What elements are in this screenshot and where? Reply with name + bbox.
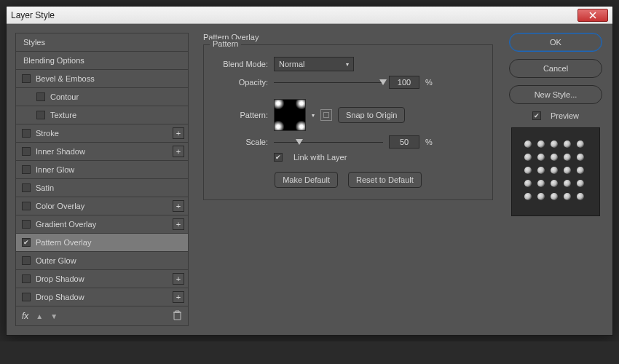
fx-menu[interactable]: fx <box>22 311 28 321</box>
scale-input[interactable] <box>389 135 419 149</box>
opacity-label: Opacity: <box>213 78 268 87</box>
effect-label: Bevel & Emboss <box>36 74 95 83</box>
dialog-body: Styles Blending Options Bevel & Emboss C… <box>7 24 612 335</box>
close-icon <box>589 12 596 19</box>
add-effect-icon[interactable] <box>173 200 184 212</box>
checkbox[interactable] <box>22 202 31 210</box>
pattern-picker-icon[interactable]: ▾ <box>312 112 315 119</box>
checkbox[interactable] <box>22 147 31 156</box>
checkbox[interactable] <box>22 256 31 265</box>
effect-gradient-overlay[interactable]: Gradient Overlay <box>16 215 188 234</box>
effect-label: Satin <box>36 183 54 192</box>
scale-unit: % <box>425 138 433 146</box>
chevron-down-icon: ▾ <box>346 61 349 68</box>
effect-label: Outer Glow <box>36 256 76 265</box>
move-up-icon[interactable]: ▲ <box>36 312 43 320</box>
checkbox[interactable] <box>22 220 31 229</box>
effect-label: Inner Glow <box>36 165 74 174</box>
titlebar[interactable]: Layer Style <box>7 7 612 24</box>
effect-label: Drop Shadow <box>36 293 84 301</box>
checkbox[interactable] <box>22 183 31 192</box>
effect-drop-shadow[interactable]: Drop Shadow <box>16 270 188 288</box>
blending-options-header[interactable]: Blending Options <box>16 52 188 70</box>
preview-toggle[interactable]: Preview <box>532 111 579 120</box>
pattern-swatch[interactable] <box>274 99 306 131</box>
scale-slider[interactable] <box>274 137 383 147</box>
pattern-label: Pattern: <box>213 111 268 119</box>
blend-mode-label: Blend Mode: <box>213 60 268 68</box>
effect-inner-glow[interactable]: Inner Glow <box>16 161 188 179</box>
opacity-input[interactable] <box>389 76 419 89</box>
effect-outer-glow[interactable]: Outer Glow <box>16 252 188 270</box>
effect-inner-shadow[interactable]: Inner Shadow <box>16 143 188 161</box>
effect-label: Contour <box>50 92 79 101</box>
effect-label: Stroke <box>36 129 59 138</box>
create-pattern-icon[interactable] <box>320 109 332 121</box>
effect-label: Texture <box>50 111 76 119</box>
close-button[interactable] <box>577 9 608 22</box>
blend-mode-select[interactable]: Normal ▾ <box>274 57 354 71</box>
effect-label: Color Overlay <box>36 202 84 210</box>
checkbox[interactable] <box>36 111 45 119</box>
checkbox[interactable] <box>22 238 31 247</box>
scale-label: Scale: <box>213 138 268 146</box>
add-effect-icon[interactable] <box>173 127 184 139</box>
blend-mode-row: Blend Mode: Normal ▾ <box>213 57 484 71</box>
effect-label: Drop Shadow <box>36 274 84 283</box>
pattern-group: Pattern Blend Mode: Normal ▾ Opacity: % … <box>203 44 493 200</box>
effect-label: Pattern Overlay <box>36 238 91 247</box>
link-label: Link with Layer <box>293 153 347 162</box>
link-row: Link with Layer <box>213 153 484 162</box>
effect-label: Inner Shadow <box>36 147 85 156</box>
effect-color-overlay[interactable]: Color Overlay <box>16 197 188 215</box>
styles-header[interactable]: Styles <box>16 33 188 52</box>
dialog-title: Layer Style <box>11 10 577 20</box>
add-effect-icon[interactable] <box>173 291 184 303</box>
effect-texture[interactable]: Texture <box>16 106 188 124</box>
style-list: Styles Blending Options Bevel & Emboss C… <box>15 33 189 326</box>
preview-label: Preview <box>551 111 579 120</box>
new-style-button[interactable]: New Style... <box>509 85 602 104</box>
make-default-button[interactable]: Make Default <box>275 172 338 188</box>
add-effect-icon[interactable] <box>173 146 184 157</box>
panel-title: Pattern Overlay <box>203 33 493 41</box>
checkbox[interactable] <box>22 74 31 83</box>
blend-mode-value: Normal <box>279 60 304 68</box>
checkbox[interactable] <box>22 293 31 301</box>
effect-pattern-overlay[interactable]: Pattern Overlay <box>16 234 188 252</box>
move-down-icon[interactable]: ▼ <box>50 312 58 320</box>
add-effect-icon[interactable] <box>173 273 184 285</box>
style-list-column: Styles Blending Options Bevel & Emboss C… <box>15 33 189 326</box>
opacity-slider[interactable] <box>274 77 383 87</box>
style-list-footer: fx ▲ ▼ <box>16 306 188 325</box>
effect-contour[interactable]: Contour <box>16 88 188 106</box>
ok-button[interactable]: OK <box>509 33 602 52</box>
checkbox[interactable] <box>22 274 31 283</box>
preview-thumbnail <box>511 127 600 216</box>
preview-pattern <box>524 141 587 203</box>
effect-drop-shadow-2[interactable]: Drop Shadow <box>16 288 188 306</box>
pattern-row: Pattern: ▾ Snap to Origin <box>213 99 484 131</box>
layer-style-dialog: Layer Style Styles Blending Options Beve… <box>6 6 613 336</box>
checkbox[interactable] <box>22 129 31 138</box>
link-checkbox[interactable] <box>274 153 283 162</box>
checkbox[interactable] <box>22 165 31 174</box>
default-buttons-row: Make Default Reset to Default <box>213 172 484 188</box>
effect-satin[interactable]: Satin <box>16 179 188 197</box>
action-column: OK Cancel New Style... Preview <box>508 33 604 326</box>
settings-panel: Pattern Overlay Pattern Blend Mode: Norm… <box>197 33 499 326</box>
reset-default-button[interactable]: Reset to Default <box>348 172 422 188</box>
preview-checkbox[interactable] <box>532 111 541 120</box>
group-legend: Pattern <box>210 39 241 48</box>
effect-label: Gradient Overlay <box>36 220 96 229</box>
effect-bevel-emboss[interactable]: Bevel & Emboss <box>16 70 188 88</box>
effect-stroke[interactable]: Stroke <box>16 124 188 143</box>
snap-to-origin-button[interactable]: Snap to Origin <box>338 107 405 123</box>
add-effect-icon[interactable] <box>173 218 184 230</box>
checkbox[interactable] <box>36 92 45 101</box>
scale-row: Scale: % <box>213 135 484 149</box>
trash-icon[interactable] <box>173 310 182 322</box>
cancel-button[interactable]: Cancel <box>509 59 602 78</box>
opacity-row: Opacity: % <box>213 76 484 89</box>
opacity-unit: % <box>425 78 433 87</box>
